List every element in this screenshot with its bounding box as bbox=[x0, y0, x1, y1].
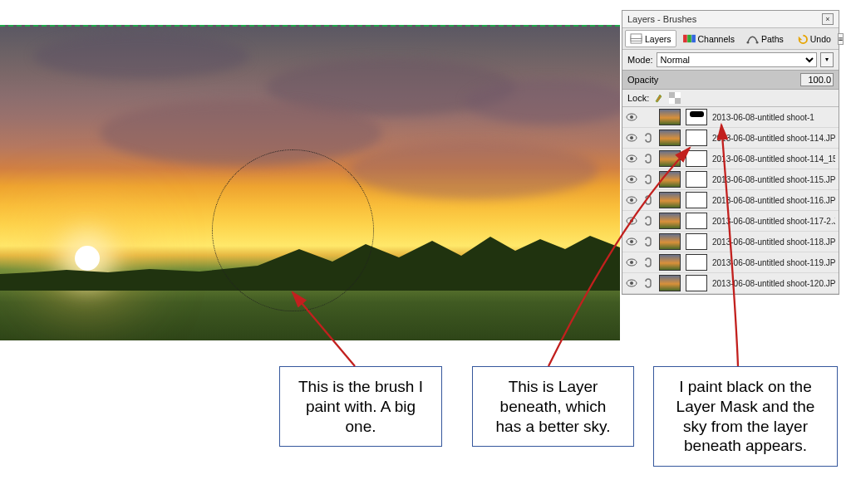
svg-point-14 bbox=[630, 136, 633, 139]
visibility-eye-icon[interactable] bbox=[626, 174, 637, 185]
link-icon[interactable] bbox=[642, 194, 654, 206]
layers-icon bbox=[630, 33, 642, 44]
blend-mode-row: Mode: Normal ▾ bbox=[622, 50, 839, 70]
layer-mask-thumbnail[interactable] bbox=[686, 275, 707, 291]
layer-row[interactable]: 2013-06-08-untitled shoot-115.JPG bbox=[622, 169, 839, 190]
layer-mask-thumbnail[interactable] bbox=[686, 171, 707, 188]
layer-thumbnail[interactable] bbox=[659, 109, 681, 125]
panel-title-text: Layers - Brushes bbox=[627, 14, 696, 24]
layer-name-label[interactable]: 2013-06-08-untitled shoot-114.JPG bbox=[712, 134, 835, 143]
svg-point-26 bbox=[630, 261, 633, 264]
layer-row[interactable]: 2013-06-08-untitled shoot-114_15_1 bbox=[622, 149, 839, 169]
cloud-shape bbox=[465, 79, 620, 125]
svg-point-22 bbox=[630, 219, 633, 223]
link-icon[interactable] bbox=[642, 215, 654, 227]
visibility-eye-icon[interactable] bbox=[626, 236, 637, 247]
layer-thumbnail[interactable] bbox=[659, 130, 681, 146]
annotation-text: I paint black on the Layer Mask and the … bbox=[676, 378, 815, 454]
layer-thumbnail[interactable] bbox=[659, 192, 681, 208]
layer-name-label[interactable]: 2013-06-08-untitled shoot-115.JPG bbox=[712, 175, 835, 184]
svg-point-7 bbox=[756, 42, 759, 44]
annotation-text: This is the brush I paint with. A big on… bbox=[298, 378, 423, 435]
layer-thumbnail[interactable] bbox=[659, 233, 681, 250]
visibility-eye-icon[interactable] bbox=[626, 111, 637, 123]
layer-thumbnail[interactable] bbox=[659, 275, 681, 291]
svg-rect-3 bbox=[683, 35, 687, 42]
visibility-eye-icon[interactable] bbox=[626, 132, 637, 144]
layer-mask-thumbnail[interactable] bbox=[686, 213, 707, 229]
annotation-layer-beneath: This is Layer beneath, which has a bette… bbox=[472, 366, 634, 447]
tab-layers[interactable]: Layers bbox=[625, 30, 676, 47]
layer-mask-thumbnail[interactable] bbox=[686, 109, 707, 125]
layer-name-label[interactable]: 2013-06-08-untitled shoot-116.JPG bbox=[712, 196, 835, 205]
layer-row[interactable]: 2013-06-08-untitled shoot-116.JPG bbox=[622, 190, 839, 211]
annotation-mask-paint: I paint black on the Layer Mask and the … bbox=[653, 366, 838, 467]
panel-titlebar[interactable]: Layers - Brushes × bbox=[622, 11, 839, 28]
layer-thumbnail[interactable] bbox=[659, 171, 681, 188]
panel-tabs: Layers Channels Paths Undo ≡ bbox=[622, 28, 839, 50]
layer-row[interactable]: 2013-06-08-untitled shoot-117-2.JPG bbox=[622, 211, 839, 232]
svg-rect-9 bbox=[669, 92, 675, 98]
layer-thumbnail[interactable] bbox=[659, 150, 681, 167]
layer-row[interactable]: 2013-06-08-untitled shoot-1 bbox=[622, 107, 839, 128]
opacity-row[interactable]: Opacity bbox=[622, 70, 839, 90]
layer-name-label[interactable]: 2013-06-08-untitled shoot-114_15_1 bbox=[712, 154, 835, 164]
layer-row[interactable]: 2013-06-08-untitled shoot-118.JPG bbox=[622, 232, 839, 252]
opacity-input[interactable] bbox=[800, 73, 834, 86]
lock-paint-icon[interactable] bbox=[653, 92, 665, 104]
undo-icon bbox=[795, 33, 808, 44]
tab-channels[interactable]: Channels bbox=[678, 30, 740, 47]
link-icon[interactable] bbox=[642, 236, 654, 247]
tab-paths[interactable]: Paths bbox=[741, 30, 789, 47]
blend-mode-select[interactable]: Normal bbox=[657, 52, 817, 67]
svg-rect-10 bbox=[675, 98, 681, 104]
layer-mask-thumbnail[interactable] bbox=[686, 150, 707, 167]
selection-edge-top bbox=[0, 25, 620, 27]
layer-mask-thumbnail[interactable] bbox=[686, 233, 707, 250]
annotation-text: This is Layer beneath, which has a bette… bbox=[496, 378, 611, 435]
link-icon[interactable] bbox=[642, 257, 654, 268]
layer-name-label[interactable]: 2013-06-08-untitled shoot-118.JPG bbox=[712, 237, 835, 247]
tab-label: Paths bbox=[761, 34, 784, 44]
link-icon[interactable] bbox=[642, 153, 654, 164]
svg-point-20 bbox=[630, 198, 633, 202]
layer-thumbnail[interactable] bbox=[659, 213, 681, 229]
layer-row[interactable]: 2013-06-08-untitled shoot-120.JPG bbox=[622, 273, 839, 294]
visibility-eye-icon[interactable] bbox=[626, 194, 637, 206]
layer-name-label[interactable]: 2013-06-08-untitled shoot-119.JPG bbox=[712, 258, 835, 267]
tab-undo[interactable]: Undo bbox=[790, 30, 836, 47]
layer-mask-thumbnail[interactable] bbox=[686, 254, 707, 271]
svg-rect-2 bbox=[631, 34, 642, 39]
layer-row[interactable]: 2013-06-08-untitled shoot-114.JPG bbox=[622, 128, 839, 149]
panel-close-button[interactable]: × bbox=[822, 13, 834, 25]
visibility-eye-icon[interactable] bbox=[626, 277, 637, 289]
channels-icon bbox=[683, 33, 696, 44]
cloud-shape bbox=[100, 100, 382, 166]
cloud-shape bbox=[349, 141, 598, 199]
lock-alpha-icon[interactable] bbox=[669, 92, 681, 104]
brush-outline[interactable] bbox=[212, 149, 374, 311]
layer-name-label[interactable]: 2013-06-08-untitled shoot-117-2.JPG bbox=[712, 217, 835, 226]
layer-mask-thumbnail[interactable] bbox=[686, 192, 707, 208]
link-icon[interactable] bbox=[642, 111, 654, 123]
layer-row[interactable]: 2013-06-08-untitled shoot-119.JPG bbox=[622, 252, 839, 273]
layer-name-label[interactable]: 2013-06-08-untitled shoot-1 bbox=[712, 113, 814, 122]
paths-icon bbox=[746, 33, 759, 44]
mode-label: Mode: bbox=[627, 55, 653, 65]
panel-menu-button[interactable]: ≡ bbox=[838, 33, 844, 45]
layer-list[interactable]: 2013-06-08-untitled shoot-12013-06-08-un… bbox=[622, 107, 839, 294]
visibility-eye-icon[interactable] bbox=[626, 153, 637, 164]
link-icon[interactable] bbox=[642, 132, 654, 144]
link-icon[interactable] bbox=[642, 277, 654, 289]
svg-point-18 bbox=[630, 178, 633, 181]
mode-dropdown-button[interactable]: ▾ bbox=[820, 52, 834, 67]
layer-mask-thumbnail[interactable] bbox=[686, 130, 707, 146]
link-icon[interactable] bbox=[642, 174, 654, 185]
svg-point-28 bbox=[630, 281, 633, 285]
svg-rect-4 bbox=[687, 35, 691, 42]
layer-name-label[interactable]: 2013-06-08-untitled shoot-120.JPG bbox=[712, 279, 835, 288]
visibility-eye-icon[interactable] bbox=[626, 257, 637, 268]
layer-thumbnail[interactable] bbox=[659, 254, 681, 271]
visibility-eye-icon[interactable] bbox=[626, 215, 637, 227]
svg-point-6 bbox=[746, 42, 749, 44]
